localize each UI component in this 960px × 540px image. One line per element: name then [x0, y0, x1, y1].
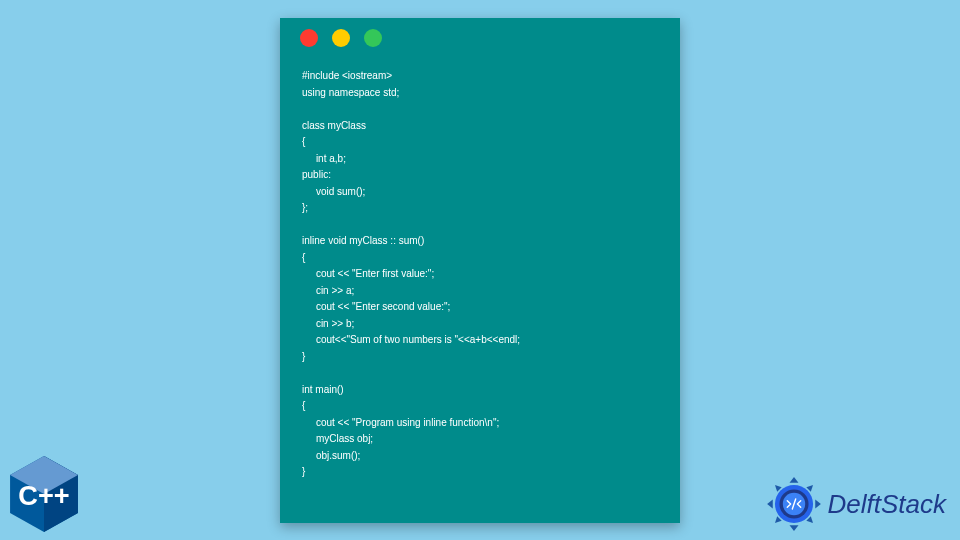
maximize-icon[interactable] — [364, 29, 382, 47]
cpp-logo-text: C++ — [18, 480, 69, 511]
svg-marker-4 — [789, 525, 798, 531]
delftstack-brand-text: DelftStack — [828, 489, 947, 520]
code-content: #include <iostream> using namespace std;… — [280, 58, 680, 503]
close-icon[interactable] — [300, 29, 318, 47]
svg-marker-3 — [789, 477, 798, 483]
delftstack-gear-icon — [766, 476, 822, 532]
minimize-icon[interactable] — [332, 29, 350, 47]
titlebar — [280, 18, 680, 58]
code-window: #include <iostream> using namespace std;… — [280, 18, 680, 523]
delftstack-logo: DelftStack — [766, 476, 947, 532]
svg-marker-5 — [767, 500, 773, 509]
svg-marker-6 — [815, 500, 821, 509]
cpp-logo-icon: C++ — [10, 456, 78, 532]
